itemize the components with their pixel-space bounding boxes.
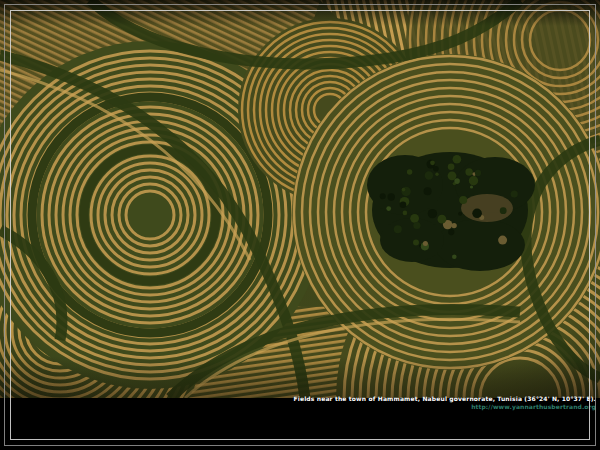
aerial-photo (0, 0, 600, 398)
caption-location: Fields near the town of Hammamet, Nabeul… (293, 395, 596, 402)
wallpaper: Fields near the town of Hammamet, Nabeul… (0, 0, 600, 450)
photo-caption: Fields near the town of Hammamet, Nabeul… (293, 395, 596, 410)
caption-url: http://www.yannarthusbertrand.org (293, 403, 596, 410)
fields-layer (0, 0, 600, 398)
aerial-photo-art (0, 0, 600, 398)
